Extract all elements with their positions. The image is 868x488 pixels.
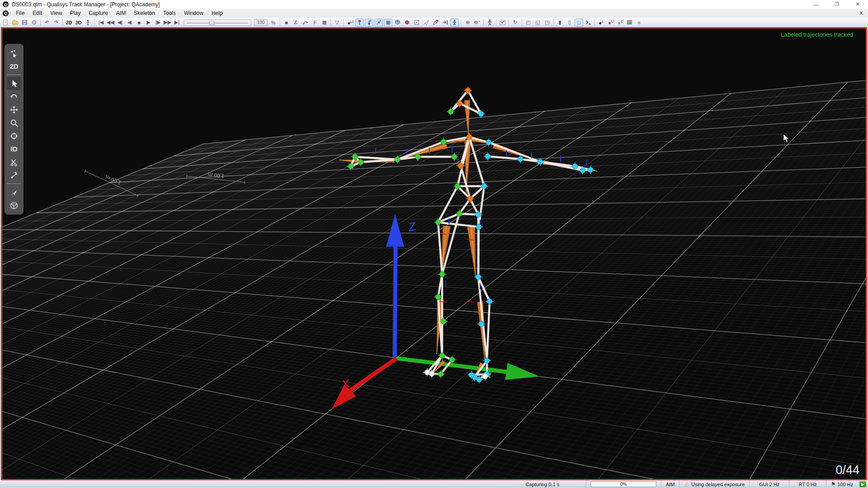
playback-speed-input[interactable]: 100 <box>254 19 268 26</box>
menu-window[interactable]: Window <box>180 9 208 17</box>
paint-marker-icon[interactable] <box>431 19 440 27</box>
identify-tool[interactable]: ID <box>7 142 21 155</box>
reprocess-icon[interactable]: ↻ <box>511 19 519 27</box>
step-forward-icon[interactable]: |▶ <box>154 19 162 27</box>
data-table-icon[interactable]: ▦ <box>320 19 329 27</box>
crosshair-add-icon[interactable]: ⊕⁺ <box>473 19 481 27</box>
view-2d-button[interactable]: 2D <box>7 60 21 73</box>
list-menu-icon[interactable]: ≡ <box>635 19 643 27</box>
analog-signal-icon[interactable] <box>498 19 507 27</box>
grid-toggle-icon[interactable]: ▦ <box>384 19 392 27</box>
view-3d-button[interactable]: 3D <box>74 19 83 27</box>
settings-icon[interactable] <box>30 19 38 27</box>
lasso-tool[interactable] <box>7 90 21 103</box>
save-icon[interactable] <box>20 19 29 27</box>
fast-forward-icon[interactable]: ▶▶ <box>163 19 172 27</box>
grid-line <box>5 226 867 230</box>
3d-viewport[interactable]: YXZ 1,00 m 1,00 m Labeled trajectories t… <box>1 27 867 480</box>
pointer-tool-icon[interactable] <box>422 19 430 27</box>
panel-left-icon[interactable]: ▮ <box>556 19 564 27</box>
step-back-icon[interactable]: ◀| <box>116 19 124 27</box>
center-trajectory-icon[interactable]: F <box>365 19 373 27</box>
cube-view-icon[interactable] <box>393 19 402 27</box>
filter-icon[interactable]: ▽ <box>333 19 341 27</box>
grid-line <box>1 247 867 307</box>
marker-label-u-icon[interactable]: U <box>606 19 615 27</box>
panel-full-icon[interactable]: □ <box>575 19 583 27</box>
terminal-icon[interactable] <box>584 19 593 27</box>
menu-tools[interactable]: Tools <box>159 9 180 17</box>
view-2d-button[interactable]: 2D <box>65 19 73 27</box>
rotate-center-tool[interactable] <box>7 129 21 142</box>
marker-label-l-icon[interactable]: L <box>597 19 605 27</box>
window-layout-2-icon[interactable]: ◱ <box>533 19 542 27</box>
grid-line <box>1 359 867 480</box>
toolbar-separator <box>483 19 484 26</box>
pointer-3d-tool[interactable] <box>7 186 21 199</box>
menu-help[interactable]: Help <box>208 9 227 17</box>
z-axis-shaft <box>395 246 396 357</box>
cut-trajectory-tool[interactable] <box>7 155 21 169</box>
slider-handle[interactable] <box>209 21 214 25</box>
zoom-tool[interactable] <box>7 116 21 129</box>
grid-line <box>1 338 867 480</box>
grid-line <box>1 348 867 480</box>
trajectory-icon[interactable] <box>301 19 310 27</box>
window-layout-1-icon[interactable]: ◰ <box>524 19 533 27</box>
marker-select-icon[interactable] <box>355 19 364 27</box>
grid-line <box>1 373 867 480</box>
close-document-button[interactable]: ✕ <box>854 10 868 16</box>
bounding-box-icon[interactable] <box>412 19 421 27</box>
select-markers-icon[interactable] <box>7 47 21 60</box>
volume-tool[interactable] <box>7 199 21 212</box>
menu-file[interactable]: File <box>12 9 28 17</box>
new-file-icon[interactable] <box>1 19 10 27</box>
menu-view[interactable]: View <box>46 9 66 17</box>
grid-line <box>1 96 705 480</box>
play-icon[interactable]: ▶ <box>144 19 153 27</box>
label-marker-icon[interactable]: L2 <box>346 19 354 27</box>
crosshair-icon[interactable]: ⊕ <box>463 19 472 27</box>
panel-bottom-icon[interactable]: ▯ <box>565 19 574 27</box>
grid-line <box>190 42 867 150</box>
close-button[interactable]: ✕ <box>847 0 868 9</box>
move-tool[interactable] <box>7 103 21 116</box>
menu-play[interactable]: Play <box>66 9 85 17</box>
goto-event-icon[interactable] <box>441 19 449 27</box>
sphere-marker-icon[interactable] <box>403 19 411 27</box>
minimize-button[interactable]: — <box>806 0 826 9</box>
capture-stop-icon[interactable]: ■ <box>282 19 291 27</box>
menu-capture[interactable]: Capture <box>85 9 112 17</box>
open-file-icon[interactable] <box>11 19 19 27</box>
percent-label[interactable]: % <box>269 19 278 27</box>
play-reverse-icon[interactable]: ◀ <box>125 19 134 27</box>
go-first-frame-icon[interactable]: |◀ <box>97 19 105 27</box>
menu-aim[interactable]: AIM <box>112 9 130 17</box>
rigid-body-icon[interactable] <box>486 19 494 27</box>
redo-icon[interactable]: ↷ <box>52 19 61 27</box>
measure-angle-icon[interactable]: ∠ <box>292 19 300 27</box>
menu-skeleton[interactable]: Skeleton <box>130 9 159 17</box>
cursor-tool[interactable] <box>7 77 21 90</box>
stop-icon[interactable]: ■ <box>135 19 143 27</box>
color-chart-icon[interactable] <box>625 19 634 27</box>
join-trajectory-tool[interactable] <box>7 169 21 182</box>
grid-line <box>1 267 867 400</box>
fast-rewind-icon[interactable]: ◀◀ <box>106 19 115 27</box>
camera-calibration-icon[interactable] <box>84 19 92 27</box>
go-last-frame-icon[interactable]: ▶| <box>173 19 181 27</box>
force-icon[interactable]: F <box>311 19 319 27</box>
restore-button[interactable]: ❐ <box>826 0 847 9</box>
skeleton-person-icon[interactable] <box>450 19 459 27</box>
follow-trajectory-icon[interactable]: F <box>374 19 383 27</box>
grid-line <box>1 296 867 480</box>
rt-output-icon[interactable]: ▶ <box>859 481 866 487</box>
menu-edit[interactable]: Edit <box>28 9 46 17</box>
timeline-slider[interactable] <box>184 19 251 26</box>
marker-label-d-icon[interactable]: D <box>616 19 624 27</box>
grid-line <box>1 385 867 480</box>
grid-line <box>1 405 867 480</box>
grid-line <box>1 322 867 480</box>
undo-icon[interactable]: ↶ <box>42 19 51 27</box>
window-layout-3-icon[interactable]: ◳ <box>543 19 552 27</box>
